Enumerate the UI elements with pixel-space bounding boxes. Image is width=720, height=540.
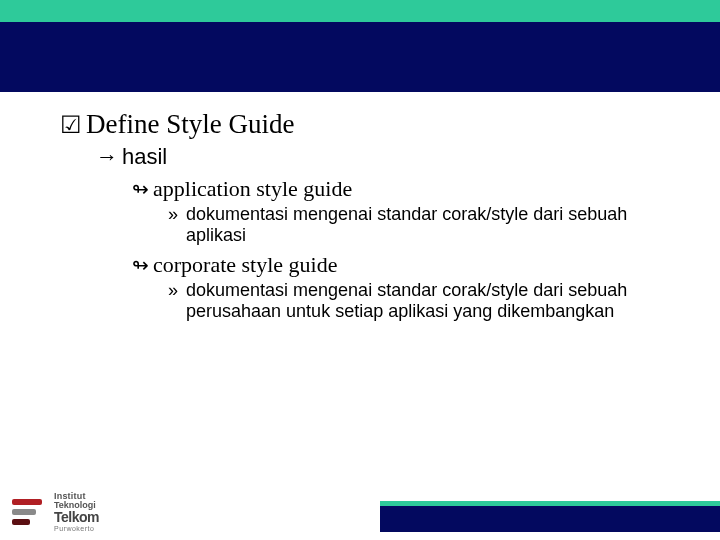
footer-accent-bar <box>380 501 720 532</box>
lvl3-text: application style guide <box>153 176 660 202</box>
raquo-icon: » <box>168 281 178 299</box>
lvl4-text: dokumentasi mengenai standar corak/style… <box>186 280 660 322</box>
logo-mark-icon <box>12 494 48 530</box>
lvl4-text: dokumentasi mengenai standar corak/style… <box>186 204 660 246</box>
outline-level-4: » dokumentasi mengenai standar corak/sty… <box>168 280 660 322</box>
outline-level-4: » dokumentasi mengenai standar corak/sty… <box>168 204 660 246</box>
footer-blue-body <box>380 506 720 532</box>
lvl3-text: corporate style guide <box>153 252 660 278</box>
arrow-right-icon: → <box>96 146 118 168</box>
logo-line-4: Purwokerto <box>54 525 99 532</box>
outline-level-3: ↬ corporate style guide <box>132 252 660 278</box>
outline-level-3: ↬ application style guide <box>132 176 660 202</box>
outline-level-2: → hasil <box>96 144 660 170</box>
slide-footer: Institut Teknologi Telkom Purwokerto <box>0 484 720 540</box>
institution-logo: Institut Teknologi Telkom Purwokerto <box>12 490 152 534</box>
logo-line-3: Telkom <box>54 510 99 525</box>
pointing-hand-icon: ↬ <box>132 179 149 199</box>
lvl2-text: hasil <box>122 144 660 170</box>
outline-level-1: ☑ Define Style Guide <box>60 108 660 142</box>
lvl1-text: Define Style Guide <box>86 108 660 142</box>
raquo-icon: » <box>168 205 178 223</box>
checkbox-icon: ☑ <box>60 113 82 137</box>
top-accent-bar <box>0 0 720 22</box>
title-band <box>0 22 720 92</box>
slide-content: ☑ Define Style Guide → hasil ↬ applicati… <box>60 108 660 322</box>
logo-text: Institut Teknologi Telkom Purwokerto <box>54 492 99 533</box>
pointing-hand-icon: ↬ <box>132 255 149 275</box>
